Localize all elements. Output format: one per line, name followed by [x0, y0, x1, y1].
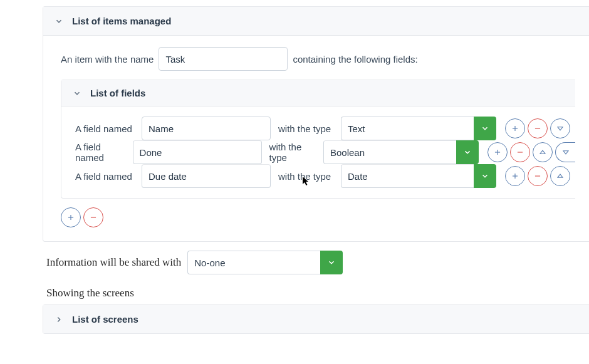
field-row: A field named with the type Text [75, 117, 575, 140]
field-type-value: Text [341, 117, 474, 140]
add-item-button[interactable] [61, 207, 81, 227]
dropdown-toggle-button[interactable] [474, 117, 496, 140]
field-name-input[interactable] [142, 164, 271, 188]
field-type-prefix-label: with the type [278, 123, 336, 134]
fields-panel: List of fields A field named with the ty… [61, 80, 575, 199]
chevron-down-icon [73, 89, 81, 98]
field-row: A field named with the type Date [75, 164, 575, 188]
remove-item-button[interactable] [83, 207, 103, 227]
field-type-select[interactable]: Date [341, 164, 496, 188]
remove-field-button[interactable] [528, 118, 548, 138]
move-down-button[interactable] [555, 142, 575, 162]
add-field-button[interactable] [487, 142, 508, 162]
screens-heading: Showing the screens [46, 287, 589, 299]
chevron-down-icon [55, 17, 63, 26]
share-prefix-label: Information will be shared with [46, 256, 181, 269]
move-up-button[interactable] [550, 166, 570, 186]
field-prefix-label: A field named [75, 123, 137, 134]
field-type-prefix-label: with the type [269, 142, 318, 163]
field-row: A field named with the type Boolean [75, 140, 575, 164]
item-prefix-label: An item with the name [61, 54, 154, 65]
add-field-button[interactable] [505, 166, 525, 186]
share-value: No-one [187, 251, 320, 274]
items-panel-title: List of items managed [72, 16, 171, 26]
dropdown-toggle-button[interactable] [474, 164, 496, 188]
field-type-select[interactable]: Text [341, 117, 496, 140]
svg-marker-3 [558, 127, 563, 130]
field-type-prefix-label: with the type [278, 171, 336, 182]
dropdown-toggle-button[interactable] [320, 251, 343, 274]
field-prefix-label: A field named [75, 142, 128, 163]
screens-panel: List of screens [43, 304, 589, 334]
share-select[interactable]: No-one [187, 251, 343, 274]
items-panel-header[interactable]: List of items managed [43, 7, 589, 36]
svg-marker-7 [540, 150, 545, 153]
item-name-input[interactable] [159, 47, 288, 71]
screens-panel-header[interactable]: List of screens [43, 305, 589, 333]
svg-marker-8 [563, 151, 568, 154]
field-type-value: Boolean [323, 140, 456, 164]
svg-marker-12 [558, 174, 563, 177]
dropdown-toggle-button[interactable] [456, 140, 479, 164]
field-name-input[interactable] [142, 117, 271, 140]
remove-field-button[interactable] [510, 142, 530, 162]
field-name-input[interactable] [133, 140, 262, 164]
fields-panel-header[interactable]: List of fields [61, 80, 575, 107]
item-suffix-label: containing the following fields: [293, 54, 417, 65]
field-type-select[interactable]: Boolean [323, 140, 479, 164]
fields-panel-title: List of fields [90, 88, 145, 98]
field-type-value: Date [341, 164, 474, 188]
field-prefix-label: A field named [75, 171, 137, 182]
screens-panel-title: List of screens [72, 314, 138, 325]
add-field-button[interactable] [505, 118, 525, 138]
items-panel: List of items managed An item with the n… [43, 6, 589, 242]
remove-field-button[interactable] [528, 166, 548, 186]
move-up-button[interactable] [533, 142, 553, 162]
chevron-right-icon [55, 315, 63, 324]
move-down-button[interactable] [550, 118, 570, 138]
